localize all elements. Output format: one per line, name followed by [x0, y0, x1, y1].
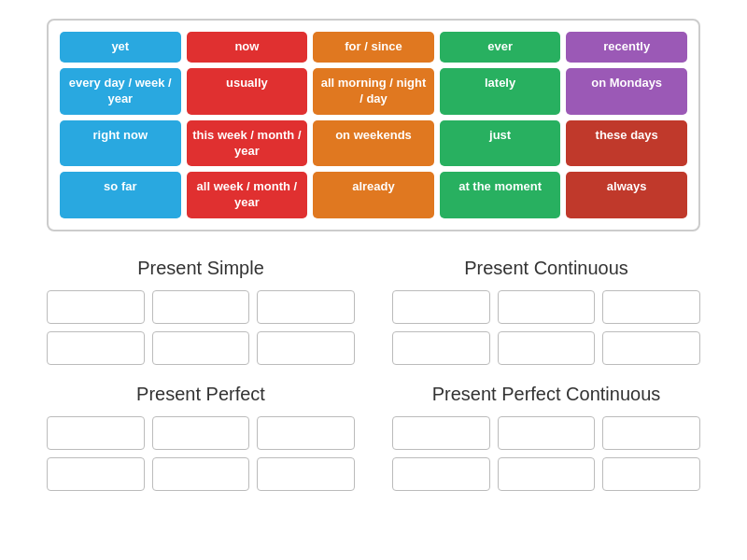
drop-grid-present-simple [47, 290, 355, 365]
word-tile-just[interactable]: just [440, 120, 561, 167]
word-tile-recently[interactable]: recently [566, 32, 687, 63]
drop-cell-present-perfect-continuous-2[interactable] [602, 416, 700, 450]
word-tile-every-day[interactable]: every day / week / year [60, 68, 181, 115]
drop-cell-present-simple-2[interactable] [257, 290, 355, 324]
category-title-present-perfect-continuous: Present Perfect Continuous [392, 384, 700, 405]
word-tile-for-since[interactable]: for / since [313, 32, 434, 63]
drop-cell-present-perfect-5[interactable] [257, 457, 355, 491]
word-tile-these-days[interactable]: these days [566, 120, 687, 167]
drop-cell-present-continuous-5[interactable] [602, 331, 700, 365]
category-present-perfect: Present Perfect [47, 384, 355, 491]
category-present-continuous: Present Continuous [392, 258, 700, 365]
drop-cell-present-perfect-0[interactable] [47, 416, 145, 450]
drop-cell-present-continuous-3[interactable] [392, 331, 490, 365]
drop-grid-present-perfect [47, 416, 355, 491]
word-tile-so-far[interactable]: so far [60, 172, 181, 218]
word-tile-at-the-moment[interactable]: at the moment [440, 172, 561, 218]
word-bank: yetnowfor / sinceeverrecentlyevery day /… [47, 19, 700, 231]
drop-cell-present-simple-5[interactable] [257, 331, 355, 365]
word-tile-always[interactable]: always [566, 172, 687, 218]
drop-cell-present-perfect-1[interactable] [152, 416, 250, 450]
drop-cell-present-perfect-continuous-5[interactable] [602, 457, 700, 491]
drop-cell-present-perfect-continuous-0[interactable] [392, 416, 490, 450]
drop-cell-present-perfect-continuous-1[interactable] [498, 416, 596, 450]
word-tile-usually[interactable]: usually [187, 68, 308, 115]
word-tile-already[interactable]: already [313, 172, 434, 218]
word-tile-yet[interactable]: yet [60, 32, 181, 63]
word-tile-ever[interactable]: ever [440, 32, 561, 63]
drop-cell-present-perfect-2[interactable] [257, 416, 355, 450]
drop-grid-present-perfect-continuous [392, 416, 700, 491]
drop-grid-present-continuous [392, 290, 700, 365]
drop-cell-present-continuous-2[interactable] [602, 290, 700, 324]
category-title-present-simple: Present Simple [47, 258, 355, 279]
word-tile-now[interactable]: now [187, 32, 308, 63]
word-tile-lately[interactable]: lately [440, 68, 561, 115]
word-tile-right-now[interactable]: right now [60, 120, 181, 167]
drop-cell-present-perfect-continuous-4[interactable] [498, 457, 596, 491]
drop-cell-present-continuous-1[interactable] [498, 290, 596, 324]
drop-cell-present-perfect-4[interactable] [152, 457, 250, 491]
category-present-simple: Present Simple [47, 258, 355, 365]
drop-cell-present-perfect-3[interactable] [47, 457, 145, 491]
drop-cell-present-continuous-4[interactable] [498, 331, 596, 365]
word-tile-all-week[interactable]: all week / month / year [187, 172, 308, 218]
category-title-present-perfect: Present Perfect [47, 384, 355, 405]
drop-cell-present-perfect-continuous-3[interactable] [392, 457, 490, 491]
word-tile-all-morning[interactable]: all morning / night / day [313, 68, 434, 115]
drop-cell-present-simple-0[interactable] [47, 290, 145, 324]
category-present-perfect-continuous: Present Perfect Continuous [392, 384, 700, 491]
word-tile-this-week[interactable]: this week / month / year [187, 120, 308, 167]
category-title-present-continuous: Present Continuous [392, 258, 700, 279]
word-tile-on-weekends[interactable]: on weekends [313, 120, 434, 167]
drop-cell-present-simple-1[interactable] [152, 290, 250, 324]
word-tile-on-mondays[interactable]: on Mondays [566, 68, 687, 115]
categories-grid: Present SimplePresent ContinuousPresent … [47, 258, 700, 491]
drop-cell-present-simple-4[interactable] [152, 331, 250, 365]
drop-cell-present-continuous-0[interactable] [392, 290, 490, 324]
drop-cell-present-simple-3[interactable] [47, 331, 145, 365]
